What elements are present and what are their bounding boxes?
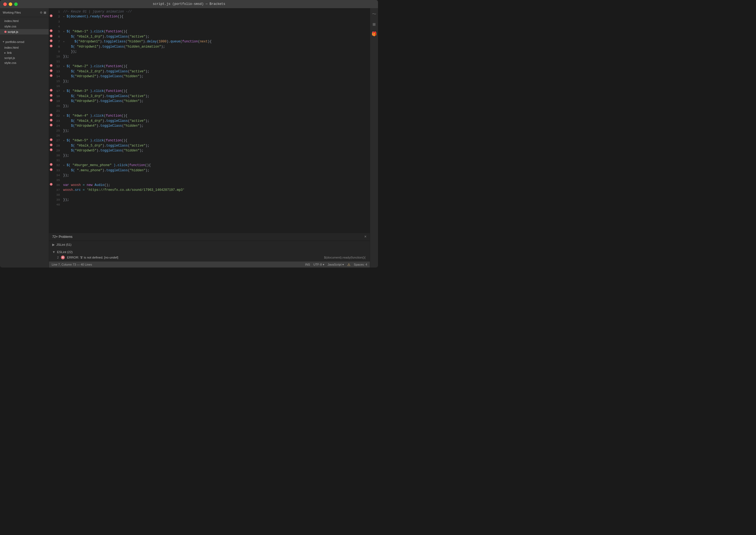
problem-row-1[interactable]: 2 ✕ ERROR: '$' is not defined. [no-undef… [49,254,370,261]
line-content-24: $("#dropdwn4").toggleClass("hidden"); [63,124,370,128]
line-number-35: 35 [53,178,63,183]
line-number-30: 30 [53,153,63,158]
project-file-style[interactable]: style.css [0,60,49,65]
eslint-label: ESLint (22) [57,250,73,254]
error-indicator-22: ✕ [49,113,53,116]
code-line-36: ✕ 36 var woosh = new Audio(); [49,183,370,187]
project-file-script[interactable]: script.js [0,55,49,60]
line-number-16: 16 [53,84,63,89]
line-content-34: }); [63,173,370,178]
code-editor[interactable]: 1 //- Keuze 01 | jquery animation -// ✕ … [49,8,370,233]
line-number-21: 21 [53,108,63,113]
code-line-13: ✕ 13 $( "#balk_2_drp").toggleClass("acti… [49,69,370,74]
code-line-30: 30 }); [49,153,370,158]
error-indicator-11 [49,59,53,59]
line-number-37: 37 [53,187,63,192]
line-number-20: 20 [53,103,63,108]
line-content-25: }); [63,128,370,133]
line-number-33: 33 [53,168,63,173]
language-selector[interactable]: JavaScript ▾ [328,263,344,267]
sidebar-item-script-js[interactable]: script.js [0,29,49,35]
line-number-25: 25 [53,128,63,133]
analytics-icon[interactable]: 〜 [371,10,378,18]
image-icon[interactable]: ▦ [372,20,377,28]
line-content-32: ▾ $( "#burger_menu_phone" ).click(functi… [63,163,370,168]
project-folder-link[interactable]: ▸ link [0,50,49,55]
error-indicator-26 [49,133,53,133]
code-line-26: 26 [49,133,370,138]
sidebar-item-style-css[interactable]: style.css [0,24,49,29]
problems-panel: 72+ Problems × ▶ JSLint (51) ▼ ESLint (2… [49,233,370,262]
eslint-group-header[interactable]: ▼ ESLint (22) [49,250,370,254]
jslint-label: JSLint (51) [56,243,72,246]
code-line-34: 34 }); [49,173,370,178]
error-dot-7: ✕ [50,40,52,42]
error-indicator-21 [49,108,53,109]
line-number-14: 14 [53,74,63,79]
problems-group-jslint: ▶ JSLint (51) [49,241,370,248]
code-line-39: 39 }); [49,197,370,202]
code-line-12: ✕ 12 ▾ $( "#dwn-2" ).click(function(){ [49,64,370,69]
project-arrow: ▾ [3,40,4,43]
code-line-10: 10 }); [49,54,370,59]
sidebar-item-index-html[interactable]: index.html [0,18,49,24]
window-controls [3,2,18,6]
error-dot-36: ✕ [50,183,52,186]
error-dot-23: ✕ [50,119,52,122]
line-number-23: 23 [53,119,63,124]
spaces-setting[interactable]: Spaces: 4 [354,263,367,266]
file-name: style.css [4,25,16,28]
error-dot-19: ✕ [50,99,52,102]
line-number-32: 32 [53,163,63,168]
close-button[interactable] [3,2,7,6]
error-indicator-6: ✕ [49,34,53,37]
ins-mode[interactable]: INS [305,263,310,266]
line-number-27: 27 [53,138,63,143]
line-content-37: woosh.src = 'https://freesfx.co.uk/sound… [63,187,370,192]
error-indicator-20 [49,103,53,104]
line-number-22: 22 [53,113,63,118]
error-dot-28: ✕ [50,144,52,146]
project-header[interactable]: ▾ portfolio-smsd [0,39,49,44]
maximize-button[interactable] [14,2,18,6]
error-indicator-24: ✕ [49,124,53,127]
sidebar: Working Files ⚙ ▦ index.html style.css s… [0,8,49,268]
error-indicator-13: ✕ [49,69,53,72]
line-content-6: $( "#balk_1_drp").toggleClass("active"); [63,34,370,39]
minimize-button[interactable] [9,2,12,6]
extension-icon[interactable]: 🎁 [370,30,378,38]
jslint-group-header[interactable]: ▶ JSLint (51) [49,242,370,247]
error-indicator-8: ✕ [49,44,53,47]
code-line-27: ✕ 27 ▾ $( "#dwn-5" ).click(function(){ [49,138,370,143]
working-files-list: index.html style.css script.js [0,17,49,36]
error-dot-18: ✕ [50,94,52,97]
line-number-34: 34 [53,173,63,178]
code-line-32: ✕ 32 ▾ $( "#burger_menu_phone" ).click(f… [49,163,370,168]
line-number-18: 18 [53,94,63,99]
layout-icon[interactable]: ▦ [44,10,46,15]
code-line-29: ✕ 29 $("#dropdwn5").toggleClass("hidden"… [49,148,370,153]
line-content-2: ▾ $(document).ready(function(){ [63,14,370,19]
file-name: index.html [4,19,18,22]
line-content-1: //- Keuze 01 | jquery animation -// [63,9,370,14]
warning-icon[interactable]: ⚠ [347,263,350,267]
code-line-14: ✕ 14 $("#dropdwn2").toggleClass("hidden"… [49,74,370,79]
error-dot-22: ✕ [50,114,52,116]
line-content-23: $( "#balk_4_drp").toggleClass("active"); [63,119,370,124]
code-line-16: 16 [49,84,370,89]
window-title: script.js (portfolio-smsd) — Brackets [153,2,225,6]
problems-close-button[interactable]: × [364,235,367,239]
code-line-4: 4 [49,24,370,29]
settings-icon[interactable]: ⚙ [40,10,42,15]
error-indicator-34 [49,173,53,173]
error-dot-33: ✕ [50,168,52,171]
problem-message: ERROR: '$' is not defined. [no-undef] [67,256,317,259]
project-file-index[interactable]: index.html [0,45,49,50]
error-indicator-17: ✕ [49,89,53,92]
encoding-selector[interactable]: UTF-8 ▾ [313,263,324,267]
error-indicator-14: ✕ [49,74,53,77]
code-line-25: 25 }); [49,128,370,133]
right-sidebar: 〜 ▦ 🎁 [370,8,378,268]
line-content-30: }); [63,153,370,158]
error-indicator-16 [49,84,53,84]
